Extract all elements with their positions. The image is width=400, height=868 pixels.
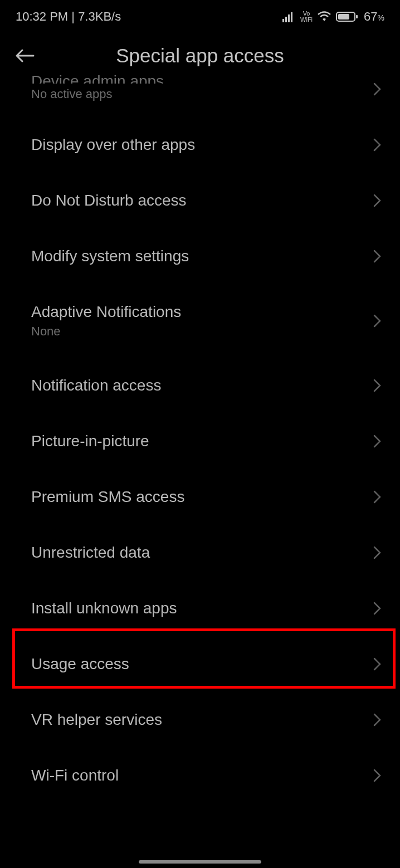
item-label: Device admin apps — [31, 72, 164, 84]
chevron-right-icon — [373, 379, 381, 392]
setting-item-picture-in-picture[interactable]: Picture-in-picture — [0, 413, 400, 469]
setting-item-modify-system-settings[interactable]: Modify system settings — [0, 228, 400, 284]
status-left: 10:32 PM | 7.3KB/s — [16, 9, 121, 24]
status-speed: 7.3KB/s — [78, 9, 121, 24]
settings-list: Device admin apps No active apps Display… — [0, 77, 400, 803]
setting-item-device-admin-apps[interactable]: Device admin apps No active apps — [0, 77, 400, 117]
item-label: Wi-Fi control — [31, 767, 119, 784]
chevron-right-icon — [373, 194, 381, 207]
header: Special app access — [0, 28, 400, 78]
chevron-right-icon — [373, 769, 381, 782]
item-label: Adaptive Notifications — [31, 303, 181, 321]
svg-rect-1 — [285, 17, 287, 22]
item-label: Premium SMS access — [31, 488, 184, 506]
chevron-right-icon — [373, 490, 381, 504]
setting-item-wifi-control[interactable]: Wi-Fi control — [0, 748, 400, 803]
chevron-right-icon — [373, 82, 381, 96]
item-label: Modify system settings — [31, 247, 189, 265]
battery-icon — [336, 11, 358, 22]
item-label: Notification access — [31, 377, 161, 394]
item-sublabel: None — [31, 324, 181, 339]
chevron-right-icon — [373, 435, 381, 448]
vowifi-icon: Vo WiFi — [300, 11, 313, 23]
setting-item-vr-helper-services[interactable]: VR helper services — [0, 692, 400, 748]
setting-item-notification-access[interactable]: Notification access — [0, 358, 400, 413]
home-indicator[interactable] — [139, 860, 261, 864]
item-label: Display over other apps — [31, 136, 195, 154]
page-title: Special app access — [14, 45, 386, 67]
item-label: Do Not Disturb access — [31, 192, 187, 209]
item-label: Install unknown apps — [31, 599, 177, 617]
item-label: Usage access — [31, 655, 129, 673]
item-label: VR helper services — [31, 711, 162, 729]
chevron-right-icon — [373, 250, 381, 263]
status-time: 10:32 PM — [16, 9, 68, 24]
wifi-icon — [317, 11, 331, 22]
setting-item-display-over-other-apps[interactable]: Display over other apps — [0, 117, 400, 173]
svg-rect-3 — [291, 12, 292, 22]
setting-item-unrestricted-data[interactable]: Unrestricted data — [0, 525, 400, 581]
status-right: Vo WiFi 67% — [282, 9, 384, 24]
svg-rect-0 — [282, 19, 284, 22]
chevron-right-icon — [373, 713, 381, 726]
setting-item-adaptive-notifications[interactable]: Adaptive Notifications None — [0, 284, 400, 358]
svg-rect-5 — [338, 14, 349, 19]
chevron-right-icon — [373, 138, 381, 152]
svg-rect-6 — [356, 15, 358, 18]
setting-item-install-unknown-apps[interactable]: Install unknown apps — [0, 581, 400, 636]
setting-item-usage-access[interactable]: Usage access — [0, 636, 400, 692]
chevron-right-icon — [373, 602, 381, 615]
status-bar: 10:32 PM | 7.3KB/s Vo WiFi 67% — [0, 0, 400, 28]
item-sublabel: No active apps — [31, 87, 164, 101]
status-separator: | — [68, 9, 78, 24]
chevron-right-icon — [373, 314, 381, 328]
chevron-right-icon — [373, 657, 381, 671]
setting-item-premium-sms-access[interactable]: Premium SMS access — [0, 469, 400, 525]
chevron-right-icon — [373, 546, 381, 559]
signal-icon — [282, 11, 296, 22]
item-label: Unrestricted data — [31, 544, 150, 562]
svg-rect-2 — [288, 14, 290, 22]
item-label: Picture-in-picture — [31, 432, 149, 450]
setting-item-do-not-disturb-access[interactable]: Do Not Disturb access — [0, 173, 400, 228]
battery-percentage: 67% — [364, 9, 384, 24]
